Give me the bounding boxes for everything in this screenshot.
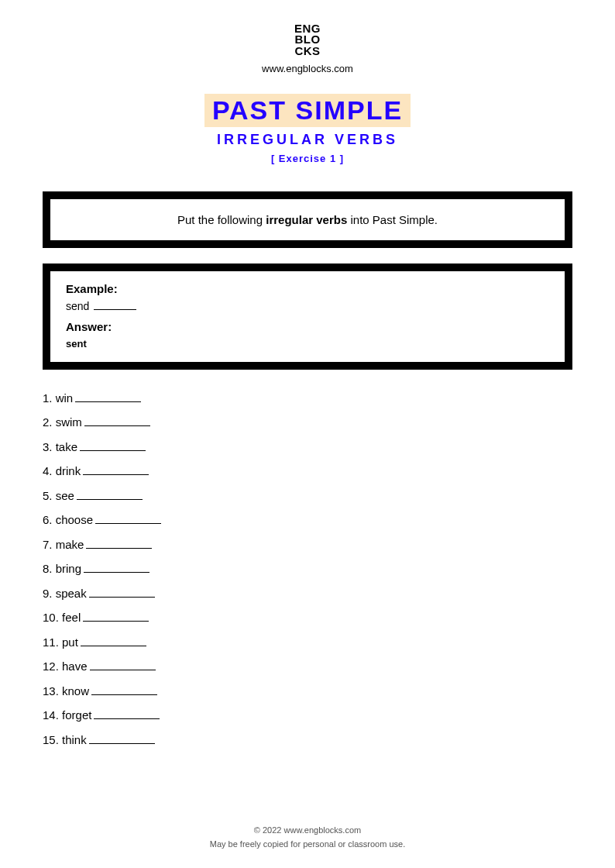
answer-blank[interactable] <box>89 587 155 598</box>
page-header: ENG BLO CKS www.engblocks.com <box>43 23 572 74</box>
footer-license: May be freely copied for personal or cla… <box>0 839 615 849</box>
question-number: 4. <box>43 464 56 477</box>
answer-blank[interactable] <box>90 660 156 671</box>
answer-blank[interactable] <box>86 538 152 549</box>
answer-blank[interactable] <box>83 465 149 476</box>
instruction-bold: irregular verbs <box>266 213 347 226</box>
question-number: 1. <box>43 391 56 405</box>
question-row: 10. feel <box>43 611 572 624</box>
example-word: send <box>66 300 89 312</box>
question-number: 2. <box>43 415 56 429</box>
question-row: 12. have <box>43 660 572 673</box>
question-word: know <box>62 684 89 698</box>
question-row: 9. speak <box>43 587 572 600</box>
question-number: 3. <box>43 440 56 453</box>
question-number: 14. <box>43 708 62 722</box>
question-number: 15. <box>43 733 62 746</box>
question-row: 5. see <box>43 489 572 502</box>
logo: ENG BLO CKS <box>294 23 321 57</box>
question-word: see <box>56 489 74 502</box>
answer-blank[interactable] <box>89 733 155 744</box>
question-number: 8. <box>43 562 56 575</box>
example-label: Example: <box>66 282 549 295</box>
question-word: bring <box>56 562 81 575</box>
answer-blank[interactable] <box>83 611 149 622</box>
question-row: 13. know <box>43 684 572 698</box>
footer-copyright: © 2022 www.engblocks.com <box>0 825 615 835</box>
question-word: forget <box>62 708 91 722</box>
question-word: feel <box>62 611 81 624</box>
question-number: 13. <box>43 684 62 698</box>
site-url: www.engblocks.com <box>43 63 572 74</box>
question-row: 4. drink <box>43 464 572 477</box>
answer-blank[interactable] <box>84 563 149 574</box>
title-main: PAST SIMPLE <box>204 94 411 127</box>
title-exercise: [ Exercise 1 ] <box>43 153 572 164</box>
example-box: Example: send Answer: sent <box>43 264 572 370</box>
question-row: 1. win <box>43 391 572 405</box>
question-word: speak <box>56 587 87 600</box>
answer-word: sent <box>66 338 549 350</box>
page-footer: © 2022 www.engblocks.com May be freely c… <box>0 825 615 849</box>
question-word: win <box>56 391 74 405</box>
question-row: 6. choose <box>43 513 572 526</box>
answer-blank[interactable] <box>95 514 161 525</box>
answer-blank[interactable] <box>91 684 157 695</box>
logo-line-3: CKS <box>294 46 321 57</box>
question-number: 9. <box>43 587 56 600</box>
question-word: have <box>62 660 88 673</box>
answer-blank[interactable] <box>81 636 146 646</box>
question-word: take <box>56 440 77 453</box>
question-word: put <box>62 636 78 649</box>
title-sub: IRREGULAR VERBS <box>43 132 572 148</box>
answer-blank[interactable] <box>77 489 143 500</box>
question-number: 12. <box>43 660 62 673</box>
question-number: 5. <box>43 489 56 502</box>
question-row: 8. bring <box>43 562 572 575</box>
question-number: 10. <box>43 611 62 624</box>
example-blank <box>94 300 136 310</box>
question-number: 6. <box>43 513 56 526</box>
example-row: send <box>66 300 549 312</box>
instruction-post: into Past Simple. <box>347 213 438 226</box>
answer-blank[interactable] <box>80 440 146 451</box>
answer-blank[interactable] <box>94 709 160 720</box>
question-row: 14. forget <box>43 708 572 722</box>
title-block: PAST SIMPLE IRREGULAR VERBS [ Exercise 1… <box>43 94 572 164</box>
instruction-pre: Put the following <box>177 213 266 226</box>
question-row: 11. put <box>43 636 572 649</box>
question-row: 15. think <box>43 733 572 746</box>
question-word: drink <box>56 464 81 477</box>
question-word: choose <box>56 513 93 526</box>
answer-label: Answer: <box>66 320 549 333</box>
answer-blank[interactable] <box>75 391 141 402</box>
question-row: 2. swim <box>43 415 572 429</box>
question-word: make <box>56 538 84 551</box>
instruction-box: Put the following irregular verbs into P… <box>43 191 572 248</box>
questions-list: 1. win2. swim3. take4. drink5. see6. cho… <box>43 391 572 746</box>
question-word: swim <box>56 415 82 429</box>
question-word: think <box>62 733 87 746</box>
question-row: 7. make <box>43 538 572 551</box>
question-number: 11. <box>43 636 62 649</box>
question-number: 7. <box>43 538 56 551</box>
question-row: 3. take <box>43 440 572 453</box>
answer-blank[interactable] <box>84 416 150 427</box>
